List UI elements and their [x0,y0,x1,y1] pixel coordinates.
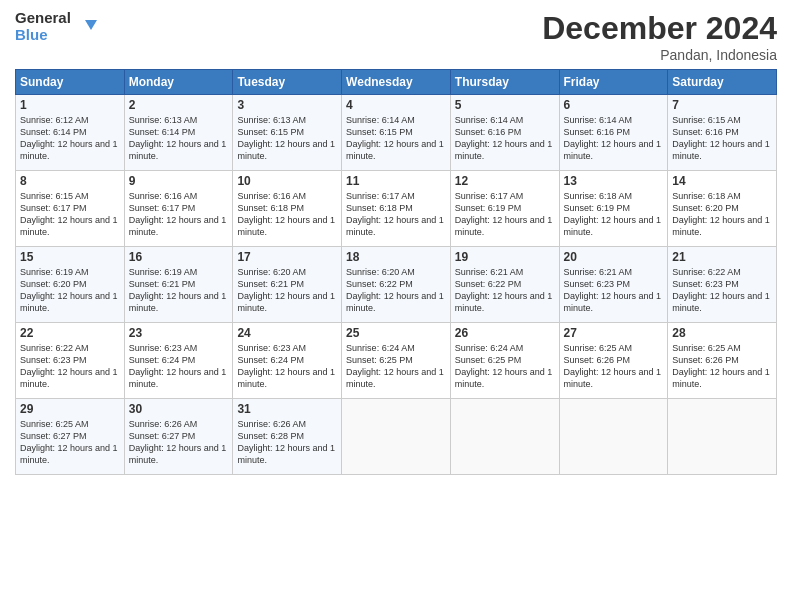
calendar-cell [668,399,777,475]
calendar-cell: 20Sunrise: 6:21 AMSunset: 6:23 PMDayligh… [559,247,668,323]
col-sunday: Sunday [16,70,125,95]
calendar-cell: 26Sunrise: 6:24 AMSunset: 6:25 PMDayligh… [450,323,559,399]
svg-marker-0 [85,20,97,30]
page-subtitle: Pandan, Indonesia [542,47,777,63]
calendar-cell: 11Sunrise: 6:17 AMSunset: 6:18 PMDayligh… [342,171,451,247]
calendar-cell: 25Sunrise: 6:24 AMSunset: 6:25 PMDayligh… [342,323,451,399]
calendar-cell: 12Sunrise: 6:17 AMSunset: 6:19 PMDayligh… [450,171,559,247]
col-tuesday: Tuesday [233,70,342,95]
calendar-cell: 29Sunrise: 6:25 AMSunset: 6:27 PMDayligh… [16,399,125,475]
col-monday: Monday [124,70,233,95]
calendar-cell: 22Sunrise: 6:22 AMSunset: 6:23 PMDayligh… [16,323,125,399]
calendar-cell: 6Sunrise: 6:14 AMSunset: 6:16 PMDaylight… [559,95,668,171]
calendar-cell: 21Sunrise: 6:22 AMSunset: 6:23 PMDayligh… [668,247,777,323]
calendar-cell: 13Sunrise: 6:18 AMSunset: 6:19 PMDayligh… [559,171,668,247]
col-thursday: Thursday [450,70,559,95]
calendar-cell [450,399,559,475]
calendar-cell [559,399,668,475]
col-wednesday: Wednesday [342,70,451,95]
calendar-cell: 8Sunrise: 6:15 AMSunset: 6:17 PMDaylight… [16,171,125,247]
calendar-cell: 1Sunrise: 6:12 AMSunset: 6:14 PMDaylight… [16,95,125,171]
calendar-cell: 16Sunrise: 6:19 AMSunset: 6:21 PMDayligh… [124,247,233,323]
table-row: 22Sunrise: 6:22 AMSunset: 6:23 PMDayligh… [16,323,777,399]
calendar-cell [342,399,451,475]
calendar-cell: 31Sunrise: 6:26 AMSunset: 6:28 PMDayligh… [233,399,342,475]
table-row: 1Sunrise: 6:12 AMSunset: 6:14 PMDaylight… [16,95,777,171]
calendar-cell: 19Sunrise: 6:21 AMSunset: 6:22 PMDayligh… [450,247,559,323]
header-row: Sunday Monday Tuesday Wednesday Thursday… [16,70,777,95]
header: General Blue December 2024 Pandan, Indon… [15,10,777,63]
calendar-cell: 9Sunrise: 6:16 AMSunset: 6:17 PMDaylight… [124,171,233,247]
calendar-cell: 5Sunrise: 6:14 AMSunset: 6:16 PMDaylight… [450,95,559,171]
table-row: 8Sunrise: 6:15 AMSunset: 6:17 PMDaylight… [16,171,777,247]
logo-bird-icon [75,16,97,38]
calendar-cell: 27Sunrise: 6:25 AMSunset: 6:26 PMDayligh… [559,323,668,399]
table-row: 29Sunrise: 6:25 AMSunset: 6:27 PMDayligh… [16,399,777,475]
calendar-cell: 2Sunrise: 6:13 AMSunset: 6:14 PMDaylight… [124,95,233,171]
page-container: General Blue December 2024 Pandan, Indon… [0,0,792,485]
calendar-cell: 3Sunrise: 6:13 AMSunset: 6:15 PMDaylight… [233,95,342,171]
calendar-cell: 15Sunrise: 6:19 AMSunset: 6:20 PMDayligh… [16,247,125,323]
col-saturday: Saturday [668,70,777,95]
calendar-cell: 30Sunrise: 6:26 AMSunset: 6:27 PMDayligh… [124,399,233,475]
calendar-cell: 10Sunrise: 6:16 AMSunset: 6:18 PMDayligh… [233,171,342,247]
calendar-cell: 24Sunrise: 6:23 AMSunset: 6:24 PMDayligh… [233,323,342,399]
calendar-table: Sunday Monday Tuesday Wednesday Thursday… [15,69,777,475]
calendar-cell: 7Sunrise: 6:15 AMSunset: 6:16 PMDaylight… [668,95,777,171]
calendar-cell: 4Sunrise: 6:14 AMSunset: 6:15 PMDaylight… [342,95,451,171]
title-area: December 2024 Pandan, Indonesia [542,10,777,63]
calendar-cell: 18Sunrise: 6:20 AMSunset: 6:22 PMDayligh… [342,247,451,323]
calendar-cell: 17Sunrise: 6:20 AMSunset: 6:21 PMDayligh… [233,247,342,323]
table-row: 15Sunrise: 6:19 AMSunset: 6:20 PMDayligh… [16,247,777,323]
logo: General Blue [15,10,97,43]
calendar-cell: 23Sunrise: 6:23 AMSunset: 6:24 PMDayligh… [124,323,233,399]
page-title: December 2024 [542,10,777,47]
calendar-cell: 28Sunrise: 6:25 AMSunset: 6:26 PMDayligh… [668,323,777,399]
col-friday: Friday [559,70,668,95]
calendar-cell: 14Sunrise: 6:18 AMSunset: 6:20 PMDayligh… [668,171,777,247]
